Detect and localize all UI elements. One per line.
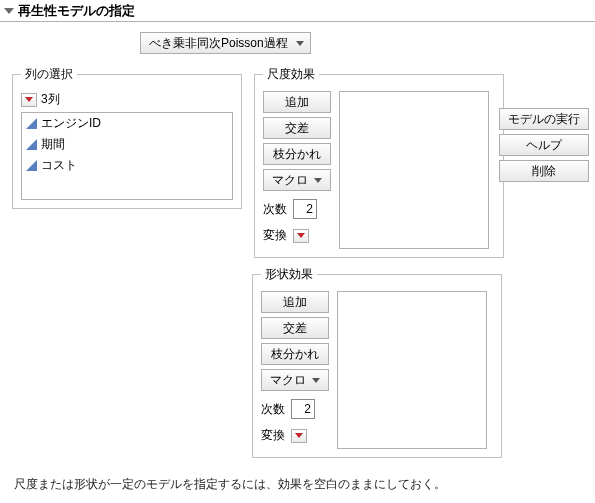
content-row-bottom: 形状効果 追加 交差 枝分かれ マクロ 次数 変換 bbox=[0, 266, 595, 458]
scale-add-button[interactable]: 追加 bbox=[263, 91, 331, 113]
scale-degree-input[interactable] bbox=[293, 199, 317, 219]
shape-cross-button[interactable]: 交差 bbox=[261, 317, 329, 339]
list-item[interactable]: エンジンID bbox=[22, 113, 232, 134]
scale-button-column: 追加 交差 枝分かれ マクロ 次数 変換 bbox=[263, 91, 331, 249]
continuous-column-icon bbox=[26, 118, 37, 129]
continuous-column-icon bbox=[26, 160, 37, 171]
model-type-row: べき乗非同次Poisson過程 bbox=[0, 22, 595, 66]
shape-effects-inner: 追加 交差 枝分かれ マクロ 次数 変換 bbox=[261, 291, 493, 449]
shape-macro-button[interactable]: マクロ bbox=[261, 369, 329, 391]
shape-add-button[interactable]: 追加 bbox=[261, 291, 329, 313]
scale-effects-inner: 追加 交差 枝分かれ マクロ 次数 変換 bbox=[263, 91, 495, 249]
shape-button-column: 追加 交差 枝分かれ マクロ 次数 変換 bbox=[261, 291, 329, 449]
right-actions: モデルの実行 ヘルプ 削除 bbox=[499, 108, 589, 182]
list-item[interactable]: コスト bbox=[22, 155, 232, 176]
scale-cross-button[interactable]: 交差 bbox=[263, 117, 331, 139]
column-item-label: エンジンID bbox=[41, 115, 101, 132]
scale-macro-button[interactable]: マクロ bbox=[263, 169, 331, 191]
column-select-legend: 列の選択 bbox=[21, 66, 77, 83]
delete-button[interactable]: 削除 bbox=[499, 160, 589, 182]
shape-nest-button[interactable]: 枝分かれ bbox=[261, 343, 329, 365]
shape-transform-row: 変換 bbox=[261, 427, 329, 444]
scale-degree-label: 次数 bbox=[263, 201, 287, 218]
footer-note: 尺度または形状が一定のモデルを指定するには、効果を空白のままにしておく。 bbox=[14, 476, 446, 493]
column-item-label: コスト bbox=[41, 157, 77, 174]
scale-effects-list[interactable] bbox=[339, 91, 489, 249]
shape-transform-dropdown[interactable] bbox=[291, 429, 307, 443]
shape-macro-label: マクロ bbox=[270, 372, 306, 389]
scale-macro-label: マクロ bbox=[272, 172, 308, 189]
column-count-label: 3列 bbox=[41, 91, 60, 108]
scale-transform-row: 変換 bbox=[263, 227, 331, 244]
red-triangle-icon bbox=[295, 433, 303, 438]
model-type-selected: べき乗非同次Poisson過程 bbox=[149, 35, 288, 52]
list-item[interactable]: 期間 bbox=[22, 134, 232, 155]
column-select-fieldset: 列の選択 3列 エンジンID 期間 コスト bbox=[12, 66, 242, 209]
column-item-label: 期間 bbox=[41, 136, 65, 153]
scale-effects-legend: 尺度効果 bbox=[263, 66, 319, 83]
shape-effects-legend: 形状効果 bbox=[261, 266, 317, 283]
red-triangle-icon bbox=[25, 97, 33, 102]
disclosure-triangle-icon[interactable] bbox=[4, 8, 14, 14]
shape-degree-label: 次数 bbox=[261, 401, 285, 418]
chevron-down-icon bbox=[296, 41, 304, 46]
column-list[interactable]: エンジンID 期間 コスト bbox=[21, 112, 233, 200]
scale-transform-dropdown[interactable] bbox=[293, 229, 309, 243]
scale-effects-fieldset: 尺度効果 追加 交差 枝分かれ マクロ 次数 変換 bbox=[254, 66, 504, 258]
continuous-column-icon bbox=[26, 139, 37, 150]
model-type-combo[interactable]: べき乗非同次Poisson過程 bbox=[140, 32, 311, 54]
red-triangle-icon bbox=[297, 233, 305, 238]
shape-effects-list[interactable] bbox=[337, 291, 487, 449]
chevron-down-icon bbox=[312, 378, 320, 383]
column-count-dropdown[interactable] bbox=[21, 93, 37, 107]
shape-effects-fieldset: 形状効果 追加 交差 枝分かれ マクロ 次数 変換 bbox=[252, 266, 502, 458]
section-header: 再生性モデルの指定 bbox=[0, 0, 595, 22]
column-count-row: 3列 bbox=[21, 91, 233, 108]
shape-degree-input[interactable] bbox=[291, 399, 315, 419]
scale-nest-button[interactable]: 枝分かれ bbox=[263, 143, 331, 165]
shape-transform-label: 変換 bbox=[261, 427, 285, 444]
shape-degree-row: 次数 bbox=[261, 399, 329, 419]
section-title: 再生性モデルの指定 bbox=[18, 2, 135, 20]
help-button[interactable]: ヘルプ bbox=[499, 134, 589, 156]
scale-degree-row: 次数 bbox=[263, 199, 331, 219]
run-model-button[interactable]: モデルの実行 bbox=[499, 108, 589, 130]
chevron-down-icon bbox=[314, 178, 322, 183]
scale-transform-label: 変換 bbox=[263, 227, 287, 244]
